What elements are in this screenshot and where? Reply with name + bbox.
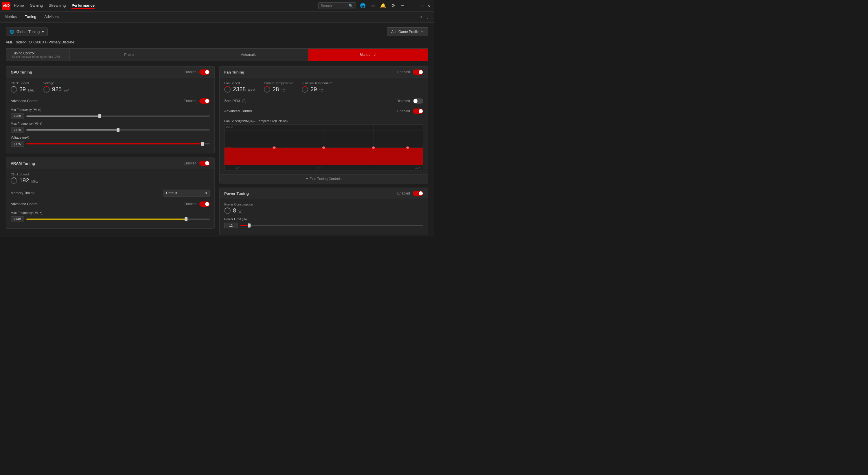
min-freq-label: Min Frequency (MHz) [11, 108, 210, 112]
tab-metrics[interactable]: Metrics [5, 11, 17, 22]
voltage-mv-fill [26, 143, 203, 144]
fan-tuning-header-right: Enabled [397, 69, 423, 75]
power-tuning-toggle[interactable] [413, 191, 423, 196]
zero-rpm-row: Zero RPM i Disabled [224, 96, 423, 106]
gear-icon[interactable]: ⚙ [390, 2, 396, 9]
nav-gaming[interactable]: Gaming [30, 3, 43, 9]
gpu-tuning-enabled-label: Enabled [184, 70, 196, 74]
profile-selector[interactable]: 🌐 Global Tuning ▾ [6, 28, 48, 36]
min-freq-track[interactable] [26, 116, 210, 117]
more-icon[interactable]: ⋮ [426, 15, 429, 19]
gpu-tuning-card: GPU Tuning Enabled Clock Speed 39 [6, 66, 215, 153]
junction-temp-display: 29 °C [302, 86, 333, 93]
tuning-option-manual[interactable]: Manual ✓ [308, 49, 428, 61]
menu-icon[interactable]: ☰ [399, 2, 406, 9]
plus-icon: ＋ [421, 29, 424, 34]
fan-advanced-control-row: Advanced Control Enabled [224, 106, 423, 116]
power-consumption-label: Power Consumption [224, 203, 253, 206]
gpu-voltage-item: Voltage 925 mV [43, 81, 69, 93]
close-button[interactable]: ✕ [426, 3, 432, 8]
vram-max-freq-value: 2140 [11, 216, 24, 222]
tuning-control-bar: Tuning Control Select the level of tunin… [6, 48, 428, 61]
vram-tuning-title: VRAM Tuning [11, 161, 35, 166]
fan-advanced-toggle[interactable] [413, 109, 423, 114]
power-limit-thumb[interactable] [248, 224, 251, 228]
fan-advanced-label: Advanced Control [224, 109, 252, 113]
voltage-mv-track[interactable] [26, 143, 210, 144]
amd-logo: AMD [2, 2, 10, 10]
fan-enabled-label: Enabled [397, 70, 410, 74]
voltage-mv-thumb[interactable] [201, 142, 204, 146]
svg-point-7 [322, 146, 326, 149]
gpu-tuning-toggle[interactable] [199, 69, 210, 75]
gpu-clock-value: 39 [20, 86, 26, 93]
vram-max-freq-track[interactable] [26, 218, 210, 220]
search-input[interactable] [321, 4, 347, 8]
tab-tuning[interactable]: Tuning [25, 11, 36, 22]
vram-max-freq-thumb[interactable] [185, 217, 187, 221]
tab-advisors[interactable]: Advisors [44, 11, 59, 22]
search-box[interactable]: 🔍 [318, 2, 356, 9]
fan-chart-container: Fan Speed(PWM(%)) / Temperature(Celsius)… [224, 119, 423, 171]
min-freq-row: 2200 [11, 113, 210, 119]
power-tuning-header: Power Tuning Enabled [220, 188, 428, 199]
add-profile-button[interactable]: Add Game Profile ＋ [387, 27, 428, 36]
junction-temp-item: Junction Temperature 29 °C [302, 81, 333, 93]
min-freq-fill [26, 116, 100, 117]
refresh-icon[interactable]: ↺ [420, 15, 423, 19]
bell-icon[interactable]: 🔔 [379, 2, 387, 9]
power-limit-track[interactable] [240, 225, 423, 226]
gpu-tuning-header-right: Enabled [184, 69, 210, 75]
star-icon[interactable]: ☆ [370, 2, 376, 9]
tuning-option-automatic[interactable]: Automatic [189, 49, 309, 61]
main-content: 🌐 Global Tuning ▾ Add Game Profile ＋ AMD… [0, 23, 434, 237]
vram-tuning-body: Clock Speed 192 MHz Memory Timing D [6, 169, 214, 228]
fan-tuning-toggle[interactable] [413, 69, 423, 75]
memory-timing-label: Memory Timing [11, 191, 34, 195]
current-temp-value: 28 [273, 86, 279, 93]
zero-rpm-info-icon[interactable]: i [242, 99, 246, 103]
nav-links: Home Gaming Streaming Performance [14, 3, 318, 9]
memory-timing-value: Default [166, 191, 177, 195]
tuning-option-preset[interactable]: Preset [70, 49, 189, 61]
maximize-button[interactable]: □ [419, 3, 424, 8]
nav-streaming[interactable]: Streaming [49, 3, 66, 9]
gpu-clock-label: Clock Speed [11, 81, 35, 85]
gpu-advanced-right: Enabled [184, 98, 210, 103]
max-freq-track[interactable] [26, 129, 210, 130]
junction-temp-spinner [302, 86, 308, 93]
min-freq-thumb[interactable] [98, 114, 101, 118]
zero-rpm-right: Disabled [396, 98, 423, 103]
max-freq-row: 2720 [11, 127, 210, 133]
fine-tuning-controls[interactable]: ▾ Fine Tuning Controls [220, 174, 428, 183]
fan-speed-display: 2328 RPM [224, 86, 255, 93]
vram-clock-item: Clock Speed 192 MHz [11, 173, 38, 184]
fan-speed-unit: RPM [248, 89, 255, 92]
gpu-advanced-toggle[interactable] [199, 98, 210, 103]
vram-advanced-enabled-label: Enabled [184, 202, 196, 206]
nav-performance[interactable]: Performance [71, 3, 94, 9]
power-tuning-header-right: Enabled [397, 191, 423, 196]
memory-timing-dropdown[interactable]: Default ▾ [163, 189, 210, 197]
junction-temp-value: 29 [310, 86, 317, 93]
globe-icon[interactable]: 🌐 [359, 2, 367, 9]
vram-clock-unit: MHz [31, 180, 38, 183]
power-consumption-unit: W [239, 210, 241, 213]
vram-tuning-toggle[interactable] [199, 161, 210, 166]
zero-rpm-toggle[interactable] [413, 98, 423, 103]
minimize-button[interactable]: ─ [411, 3, 416, 8]
gpu-tuning-title: GPU Tuning [11, 70, 32, 75]
fan-advanced-enabled-label: Enabled [397, 109, 410, 113]
search-icon: 🔍 [349, 4, 353, 8]
vram-advanced-toggle[interactable] [199, 202, 210, 207]
nav-home[interactable]: Home [14, 3, 24, 9]
fan-chart[interactable]: 100 % 50 % 0 % [224, 124, 423, 171]
vram-max-freq-fill [26, 218, 186, 220]
tuning-control-label-section: Tuning Control Select the level of tunin… [6, 49, 70, 61]
voltage-mv-value: 1175 [11, 141, 24, 147]
check-icon: ✓ [374, 53, 376, 57]
power-tuning-title: Power Tuning [224, 191, 249, 196]
two-column-layout: GPU Tuning Enabled Clock Speed 39 [6, 66, 428, 237]
gpu-advanced-enabled-label: Enabled [184, 99, 196, 103]
max-freq-thumb[interactable] [117, 128, 120, 132]
